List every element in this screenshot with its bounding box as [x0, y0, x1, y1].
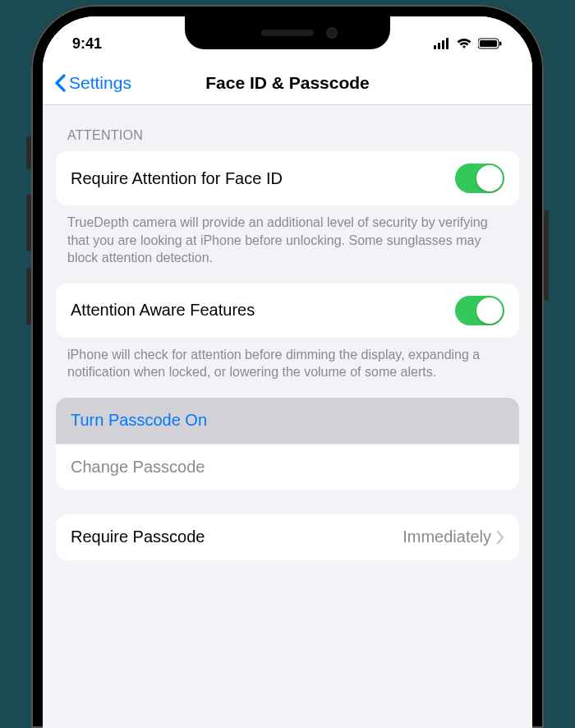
cell-label: Require Attention for Face ID: [71, 169, 455, 188]
group-passcode: Turn Passcode On Change Passcode: [56, 398, 519, 490]
cell-label: Turn Passcode On: [71, 411, 504, 430]
svg-rect-6: [499, 42, 502, 46]
page-title: Face ID & Passcode: [205, 73, 370, 93]
chevron-left-icon: [54, 74, 66, 92]
battery-icon: [478, 38, 503, 49]
footer-attention-aware: iPhone will check for attention before d…: [43, 338, 532, 398]
screen: 9:41: [43, 16, 532, 728]
notch: [185, 16, 390, 49]
cell-change-passcode[interactable]: Change Passcode: [56, 444, 519, 490]
cell-turn-passcode-on[interactable]: Turn Passcode On: [56, 398, 519, 444]
svg-rect-5: [480, 40, 497, 47]
side-button: [26, 268, 31, 325]
cell-attention-aware[interactable]: Attention Aware Features: [56, 283, 519, 338]
group-attention-aware: Attention Aware Features: [56, 283, 519, 338]
group-require-passcode: Require Passcode Immediately: [56, 514, 519, 560]
section-header-attention: ATTENTION: [43, 105, 532, 151]
switch-knob: [476, 297, 503, 324]
front-camera: [326, 27, 338, 39]
switch-knob: [476, 165, 503, 191]
back-button[interactable]: Settings: [54, 73, 131, 93]
chevron-right-icon: [496, 530, 504, 545]
footer-require-attention: TrueDepth camera will provide an additio…: [43, 205, 532, 283]
cell-value: Immediately: [402, 528, 491, 546]
cell-label: Attention Aware Features: [71, 301, 455, 320]
status-icons: [434, 38, 503, 49]
cell-label: Require Passcode: [71, 528, 402, 546]
cell-require-attention[interactable]: Require Attention for Face ID: [56, 151, 519, 205]
svg-rect-1: [438, 43, 440, 49]
phone-frame: 9:41: [31, 5, 544, 728]
side-button: [26, 136, 31, 169]
cell-label: Change Passcode: [71, 458, 504, 477]
back-label: Settings: [69, 73, 131, 93]
speaker: [261, 30, 314, 36]
status-time: 9:41: [72, 35, 102, 53]
svg-rect-3: [446, 38, 448, 49]
cell-require-passcode[interactable]: Require Passcode Immediately: [56, 514, 519, 560]
side-button: [26, 194, 31, 251]
cellular-icon: [434, 38, 450, 49]
content: ATTENTION Require Attention for Face ID …: [43, 105, 532, 560]
wifi-icon: [456, 38, 472, 49]
svg-rect-0: [434, 45, 436, 49]
nav-bar: Settings Face ID & Passcode: [43, 61, 532, 105]
spacer: [43, 490, 532, 514]
side-button: [544, 210, 549, 301]
switch-require-attention[interactable]: [455, 164, 504, 193]
switch-attention-aware[interactable]: [455, 296, 504, 325]
group-require-attention: Require Attention for Face ID: [56, 151, 519, 205]
svg-rect-2: [442, 40, 444, 49]
